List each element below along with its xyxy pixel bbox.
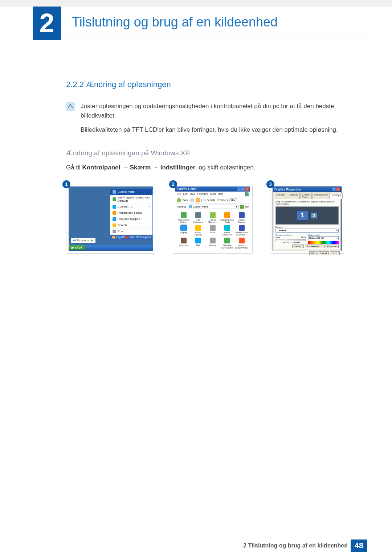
menu-bar: File Edit View Favorites Tools Help <box>175 192 250 197</box>
display-properties-window: Display Properties ? × Themes Desktop Sc… <box>273 186 342 251</box>
chevron-down-icon: ▾ <box>336 237 338 239</box>
folders-button[interactable]: 📁Folders <box>216 199 228 202</box>
close-button[interactable]: × <box>336 188 340 191</box>
app-icon <box>181 225 187 231</box>
tab-settings[interactable]: Settings <box>330 193 343 199</box>
menu-item-control-panel[interactable]: Control Panel <box>110 189 152 195</box>
monitor-1[interactable]: 1 <box>296 210 309 221</box>
apply-button[interactable]: Apply <box>330 251 340 255</box>
cp-icon-administrative-tools[interactable]: Administrative Tools <box>220 212 234 223</box>
menu-item-search[interactable]: Search <box>110 222 152 229</box>
app-icon <box>195 212 201 218</box>
content-area: 2.2.2 Ændring af opløsningen Juster oplø… <box>0 40 392 254</box>
cp-icon-intel-r-gma-driver-for-[interactable]: Intel(R) GMA Driver for ... <box>235 225 249 236</box>
cp-icon-network-connections[interactable]: Network Connections <box>220 238 234 249</box>
all-programs-item[interactable]: All Programs ▶ <box>71 238 95 243</box>
cp-icon-game-controllers[interactable]: Game Controllers <box>220 225 234 236</box>
start-menu-power-row: Log Off Turn Off Computer <box>110 235 152 240</box>
troubleshoot-button[interactable]: Troubleshoot... <box>305 245 324 248</box>
help-label: Help and Support <box>118 217 140 221</box>
app-icon <box>239 212 245 218</box>
cp-icon-display[interactable]: Display <box>177 225 191 236</box>
forward-button[interactable] <box>190 198 194 202</box>
menu-help[interactable]: Help <box>218 193 223 195</box>
menu-item-connect-to[interactable]: Connect To ▸ <box>110 204 152 210</box>
display-dropdown[interactable]: 1. ••••••••• ▾ <box>275 229 339 233</box>
app-icon <box>239 238 245 243</box>
menu-file[interactable]: File <box>177 193 181 195</box>
tab-appearance[interactable]: Appearance <box>312 193 330 199</box>
tab-screensaver[interactable]: Screen Saver <box>300 193 312 199</box>
tab-strip: Themes Desktop Screen Saver Appearance S… <box>273 192 341 199</box>
log-off-button[interactable]: Log Off <box>112 236 124 239</box>
instruction-line: Gå til Kontrolpanel → Skærm → Indstillin… <box>66 163 352 172</box>
icon-label: Fonts <box>210 231 215 234</box>
search-label: Search <box>118 223 127 227</box>
minimize-button[interactable]: _ <box>237 187 241 191</box>
menu-edit[interactable]: Edit <box>183 193 187 195</box>
note-text: Juster opløsningen og opdateringshastigh… <box>81 102 352 139</box>
close-button[interactable]: × <box>245 187 249 191</box>
icon-label: Intel(R) GMA Driver for ... <box>235 231 249 236</box>
menu-favorites[interactable]: Favorites <box>197 193 208 195</box>
cp-icon-add-or-remov-[interactable]: Add or Remov... <box>206 212 220 223</box>
tab-desktop[interactable]: Desktop <box>287 193 300 199</box>
cp-icon-fonts[interactable]: Fonts <box>206 225 220 236</box>
monitor-2[interactable]: 2 <box>310 212 318 219</box>
log-off-icon <box>112 236 115 239</box>
maximize-button[interactable]: □ <box>241 187 245 191</box>
chevron-down-icon: ▾ <box>236 205 237 208</box>
address-label: Address <box>177 205 186 208</box>
cp-icon-mail[interactable]: Mail <box>191 238 205 249</box>
menu-item-printers[interactable]: Printers and Faxes <box>110 210 152 216</box>
window-titlebar: Display Properties ? × <box>273 187 341 192</box>
manual-page: 2 Tilslutning og brug af en kildeenhed 2… <box>0 0 392 554</box>
identify-button[interactable]: Identify <box>292 245 303 248</box>
subsection-title: Ændring af opløsningen på Windows XP <box>66 149 352 157</box>
go-button[interactable]: → <box>240 205 244 209</box>
app-icon <box>210 238 216 243</box>
printers-label: Printers and Faxes <box>118 211 142 214</box>
menu-tools[interactable]: Tools <box>210 193 216 195</box>
cp-icon-accessibility-options[interactable]: Accessibility Options <box>177 212 191 223</box>
menu-item-help[interactable]: Help and Support <box>110 216 152 222</box>
turn-off-button[interactable]: Turn Off Computer <box>126 236 151 239</box>
icon-label: Display <box>180 231 187 234</box>
app-icon <box>224 225 230 231</box>
subsection: Ændring af opløsningen på Windows XP Gå … <box>66 149 352 172</box>
taskbar: ⊞ start <box>69 245 153 251</box>
cp-icon-mouse[interactable]: Mouse <box>206 238 220 249</box>
resolution-slider[interactable] <box>275 239 306 241</box>
color-dropdown[interactable]: Highest (32 bit) ▾ <box>308 236 339 240</box>
screenshot-frame: Display Properties ? × Themes Desktop Sc… <box>270 184 344 254</box>
instr-prefix: Gå til <box>66 164 82 171</box>
cancel-button[interactable]: Cancel <box>318 251 329 255</box>
up-button[interactable] <box>196 198 200 202</box>
address-field[interactable]: Control Panel ▾ <box>188 205 239 209</box>
cp-icon-add-hardware[interactable]: Add Hardware <box>191 212 205 223</box>
icon-label: Game Controllers <box>220 231 234 236</box>
app-icon <box>181 212 187 218</box>
help-button[interactable]: ? <box>332 188 336 191</box>
app-icon <box>224 212 230 218</box>
start-button[interactable]: ⊞ start <box>69 245 86 250</box>
toolbar: Back | 🔍Search 📁Folders ▦▾ <box>175 197 250 204</box>
menu-view[interactable]: View <box>189 193 195 195</box>
menu-item-set-program[interactable]: Set Program Access and Defaults <box>110 195 152 204</box>
window-buttons: _ □ × <box>237 187 249 191</box>
ok-button[interactable]: OK <box>309 251 317 255</box>
menu-item-run[interactable]: Run... <box>110 229 152 235</box>
tab-themes[interactable]: Themes <box>274 193 286 199</box>
monitor-arranger[interactable]: 1 2 <box>275 206 339 225</box>
back-button[interactable] <box>177 198 181 202</box>
search-button[interactable]: 🔍Search <box>203 199 215 202</box>
app-icon <box>195 238 201 243</box>
views-button[interactable]: ▦▾ <box>229 198 237 202</box>
icon-label: Folder Options <box>191 231 205 236</box>
advanced-button[interactable]: Advanced <box>324 245 339 248</box>
cp-icon-keyboard[interactable]: Keyboard <box>177 238 191 249</box>
cp-icon-folder-options[interactable]: Folder Options <box>191 225 205 236</box>
cp-icon-network-setup-wizard[interactable]: Network Setup Wizard <box>235 238 249 249</box>
run-label: Run... <box>118 230 125 233</box>
cp-icon-adobe-gamma[interactable]: Adobe Gamma <box>235 212 249 223</box>
